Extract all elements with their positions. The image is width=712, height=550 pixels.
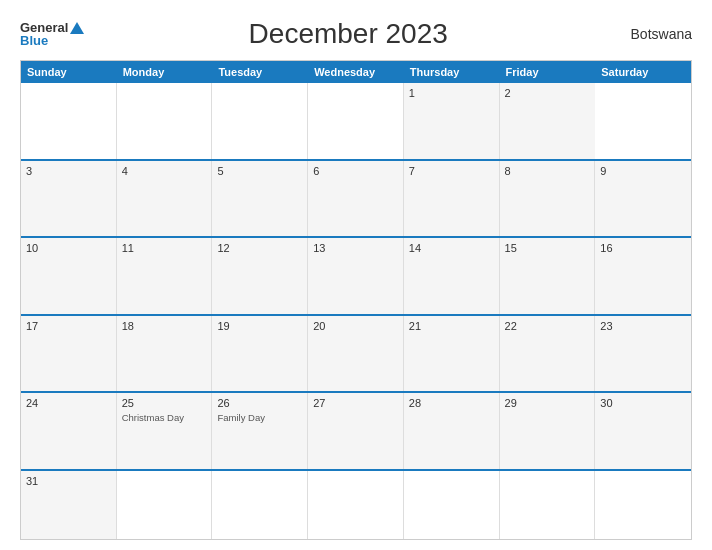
cell-dec-5: 5 (212, 161, 308, 237)
calendar-body: 1 2 3 4 5 6 (21, 83, 691, 539)
cell-dec-16: 16 (595, 238, 691, 314)
header-thursday: Thursday (404, 61, 500, 83)
cell-dec-19: 19 (212, 316, 308, 392)
cell-dec-10: 10 (21, 238, 117, 314)
cell-dec-4: 4 (117, 161, 213, 237)
cell-dec-31: 31 (21, 471, 117, 539)
week-row-1: 1 2 (21, 83, 691, 159)
cell-empty-w6-1 (117, 471, 213, 539)
country-label: Botswana (612, 26, 692, 42)
cell-dec-20: 20 (308, 316, 404, 392)
cell-dec-11: 11 (117, 238, 213, 314)
cell-dec-9: 9 (595, 161, 691, 237)
cell-dec-28: 28 (404, 393, 500, 469)
cell-empty-3 (212, 83, 308, 159)
cell-dec-3: 3 (21, 161, 117, 237)
cell-empty-4 (308, 83, 404, 159)
cell-dec-17: 17 (21, 316, 117, 392)
cell-empty-1 (21, 83, 117, 159)
day-headers-row: Sunday Monday Tuesday Wednesday Thursday… (21, 61, 691, 83)
header-monday: Monday (117, 61, 213, 83)
event-family-day: Family Day (217, 412, 302, 423)
cell-dec-8: 8 (500, 161, 596, 237)
event-christmas-day: Christmas Day (122, 412, 207, 423)
week-row-5: 24 25 Christmas Day 26 Family Day 27 28 (21, 391, 691, 469)
cell-empty-w6-5 (500, 471, 596, 539)
cell-empty-w6-3 (308, 471, 404, 539)
cell-empty-w6-2 (212, 471, 308, 539)
cell-dec-22: 22 (500, 316, 596, 392)
cell-dec-30: 30 (595, 393, 691, 469)
cell-empty-w6-4 (404, 471, 500, 539)
header-saturday: Saturday (595, 61, 691, 83)
cell-dec-27: 27 (308, 393, 404, 469)
cell-dec-29: 29 (500, 393, 596, 469)
page: General Blue December 2023 Botswana Sund… (0, 0, 712, 550)
header: General Blue December 2023 Botswana (20, 18, 692, 50)
header-wednesday: Wednesday (308, 61, 404, 83)
cell-dec-7: 7 (404, 161, 500, 237)
logo: General Blue (20, 21, 84, 47)
cell-dec-21: 21 (404, 316, 500, 392)
cell-dec-25: 25 Christmas Day (117, 393, 213, 469)
cell-dec-18: 18 (117, 316, 213, 392)
calendar: Sunday Monday Tuesday Wednesday Thursday… (20, 60, 692, 540)
cell-dec-23: 23 (595, 316, 691, 392)
logo-blue-text: Blue (20, 34, 84, 47)
cell-dec-15: 15 (500, 238, 596, 314)
header-tuesday: Tuesday (212, 61, 308, 83)
header-sunday: Sunday (21, 61, 117, 83)
logo-triangle-icon (70, 22, 84, 34)
cell-empty-2 (117, 83, 213, 159)
week-row-4: 17 18 19 20 21 22 23 (21, 314, 691, 392)
cell-dec-12: 12 (212, 238, 308, 314)
cell-dec-6: 6 (308, 161, 404, 237)
week-row-2: 3 4 5 6 7 8 9 (21, 159, 691, 237)
cell-dec-26: 26 Family Day (212, 393, 308, 469)
cell-dec-13: 13 (308, 238, 404, 314)
week-row-3: 10 11 12 13 14 15 16 (21, 236, 691, 314)
week-row-6: 31 (21, 469, 691, 539)
header-friday: Friday (500, 61, 596, 83)
cell-dec-1: 1 (404, 83, 500, 159)
cell-dec-2: 2 (500, 83, 596, 159)
cell-empty-w6-6 (595, 471, 691, 539)
cell-dec-24: 24 (21, 393, 117, 469)
cell-dec-14: 14 (404, 238, 500, 314)
calendar-title: December 2023 (84, 18, 612, 50)
